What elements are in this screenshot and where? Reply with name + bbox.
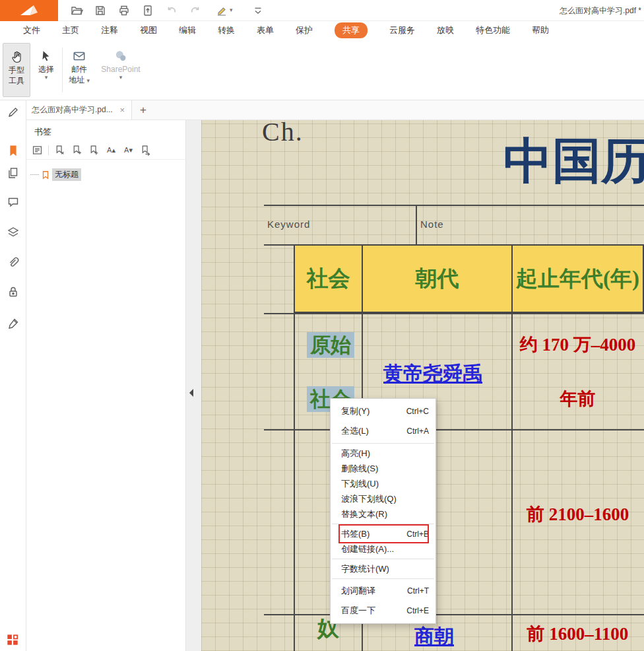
context-menu-item-create-link[interactable]: 创建链接(A)... <box>331 541 435 557</box>
menu-tab-features[interactable]: 特色功能 <box>476 23 510 38</box>
context-menu-item-replace-text[interactable]: 替换文本(R) <box>331 506 435 522</box>
document-tab-bar: 怎么面对高中学习.pd... × + <box>26 100 644 120</box>
keyword-column-label: Keyword <box>267 219 310 230</box>
chevron-down-icon <box>252 5 264 17</box>
link-huangdi-yao-shun-yu[interactable]: 黄帝尧舜禹 <box>383 360 482 388</box>
printer-icon <box>117 4 131 17</box>
context-menu-separator <box>331 522 435 526</box>
ribbon-tab-bar: 文件 主页 注释 视图 编辑 转换 表单 保护 共享 云服务 放映 特色功能 帮… <box>0 21 644 40</box>
toolbar-separator <box>48 145 49 155</box>
page-big-title: 中国历 <box>503 135 644 188</box>
note-column-label: Note <box>420 219 444 230</box>
context-menu-item-bookmark[interactable]: 书签(B) Ctrl+B <box>331 526 435 541</box>
context-menu-item-word-count[interactable]: 字数统计(W) <box>331 561 435 576</box>
bookmark-icon <box>41 170 50 180</box>
tab-close-icon[interactable]: × <box>118 105 126 115</box>
bookmarks-panel-button[interactable] <box>7 144 20 157</box>
signature-panel-button[interactable] <box>7 317 20 330</box>
context-menu-item-copy[interactable]: 复制(Y) Ctrl+C <box>331 401 435 421</box>
dashboard-grid-icon <box>5 633 20 647</box>
cursor-select-icon <box>39 48 53 64</box>
context-menu-item-select-all[interactable]: 全选(L) Ctrl+A <box>331 421 435 441</box>
mail-address-button[interactable]: 邮件 地址 ▾ <box>65 43 94 97</box>
chapter-label: Ch. <box>262 120 304 147</box>
pen-icon <box>7 106 20 119</box>
attachments-panel-button[interactable] <box>7 256 20 269</box>
quick-access-toolbar: ▾ <box>69 3 266 18</box>
document-tab-label: 怎么面对高中学习.pd... <box>32 104 118 116</box>
caret-down-icon: ▾ <box>86 77 90 84</box>
undo-button[interactable] <box>164 3 179 18</box>
menu-tab-slideshow[interactable]: 放映 <box>437 23 454 38</box>
context-menu-item-baidu-search[interactable]: 百度一下 Ctrl+E <box>331 601 435 621</box>
menu-tab-help[interactable]: 帮助 <box>532 23 549 38</box>
date-range-1a: 约 170 万–4000 <box>511 333 644 357</box>
date-range-3: 前 1600–1100 <box>511 622 644 646</box>
sharepoint-button[interactable]: SharePoint ▾ <box>99 43 143 97</box>
add-bookmark-button[interactable] <box>71 144 83 156</box>
open-file-button[interactable] <box>69 3 84 18</box>
panel-menu-icon <box>32 145 43 156</box>
ribbon-separator <box>62 48 63 92</box>
locate-bookmark-button[interactable] <box>139 144 152 156</box>
menu-tab-protect[interactable]: 保护 <box>296 23 313 38</box>
expand-all-button[interactable]: A▴ <box>105 144 117 156</box>
export-button[interactable] <box>140 3 156 18</box>
context-menu-separator <box>331 576 435 581</box>
hand-tool-button[interactable]: 手型 工具 <box>3 43 30 97</box>
window-document-title: 怎么面对高中学习.pdf * <box>560 0 641 21</box>
document-tab[interactable]: 怎么面对高中学习.pd... × <box>26 100 132 120</box>
quick-tool-dropdown-button[interactable]: ▾ <box>215 4 233 17</box>
security-panel-button[interactable] <box>7 285 20 298</box>
expand-all-icon: A▴ <box>107 147 115 154</box>
bookmarks-tree: 无标题 <box>26 160 185 189</box>
menu-tab-view[interactable]: 视图 <box>140 23 157 38</box>
context-menu-item-translate[interactable]: 划词翻译 Ctrl+T <box>331 581 435 601</box>
redo-button[interactable] <box>187 3 203 18</box>
context-menu-item-squiggly-underline[interactable]: 波浪下划线(Q) <box>331 491 435 506</box>
menu-tab-file[interactable]: 文件 <box>23 23 40 38</box>
table-border <box>264 429 644 430</box>
menu-tab-form[interactable]: 表单 <box>257 23 274 38</box>
lock-icon <box>7 285 20 298</box>
collapse-all-button[interactable]: A▾ <box>122 144 135 156</box>
layers-panel-button[interactable] <box>7 226 20 239</box>
menu-tab-convert[interactable]: 转换 <box>218 23 235 38</box>
redo-icon <box>189 4 202 17</box>
comment-bubble-icon <box>7 195 20 209</box>
menu-tab-home[interactable]: 主页 <box>62 23 79 38</box>
select-tool-button[interactable]: 选择 ▾ <box>33 43 59 97</box>
bookmarks-panel: 书签 <box>26 120 186 651</box>
collapse-all-icon: A▾ <box>124 147 133 154</box>
bookmark-tree-item[interactable]: 无标题 <box>30 168 181 181</box>
link-shang-dynasty[interactable]: 商朝 <box>414 623 454 650</box>
bookmark-add-icon <box>71 145 82 156</box>
panel-menu-button[interactable] <box>31 144 44 156</box>
print-button[interactable] <box>116 3 132 18</box>
menu-tab-cloud[interactable]: 云服务 <box>389 23 415 38</box>
menu-tab-share[interactable]: 共享 <box>335 22 368 38</box>
bookmark-icon <box>7 144 20 157</box>
page-thumbnails-button[interactable] <box>7 166 20 180</box>
collapse-left-icon <box>187 387 195 399</box>
context-menu-item-strikethrough[interactable]: 删除线(S) <box>331 461 435 476</box>
paperclip-icon <box>7 256 20 269</box>
comments-panel-button[interactable] <box>7 195 20 209</box>
save-button[interactable] <box>92 3 108 18</box>
bookmarks-panel-title: 书签 <box>26 120 185 141</box>
toolbar-customize-button[interactable] <box>250 3 266 18</box>
pages-icon <box>7 166 20 180</box>
add-child-bookmark-button[interactable] <box>88 144 100 156</box>
menu-tab-comment[interactable]: 注释 <box>101 23 118 38</box>
app-logo[interactable] <box>0 0 58 21</box>
annotate-pen-button[interactable] <box>7 106 20 119</box>
collapse-panel-button[interactable] <box>187 387 195 399</box>
pdf-application-window: ▾ 怎么面对高中学习.pdf * 文件 主页 注释 视图 编辑 转换 表单 保护… <box>0 0 644 651</box>
context-menu-item-underline[interactable]: 下划线(U) <box>331 476 435 491</box>
delete-bookmark-button[interactable] <box>53 144 66 156</box>
context-menu-item-highlight[interactable]: 高亮(H) <box>331 446 435 461</box>
context-menu-separator <box>331 557 435 561</box>
dashboard-button[interactable] <box>5 633 20 647</box>
add-tab-button[interactable]: + <box>140 104 146 116</box>
menu-tab-edit[interactable]: 编辑 <box>179 23 196 38</box>
